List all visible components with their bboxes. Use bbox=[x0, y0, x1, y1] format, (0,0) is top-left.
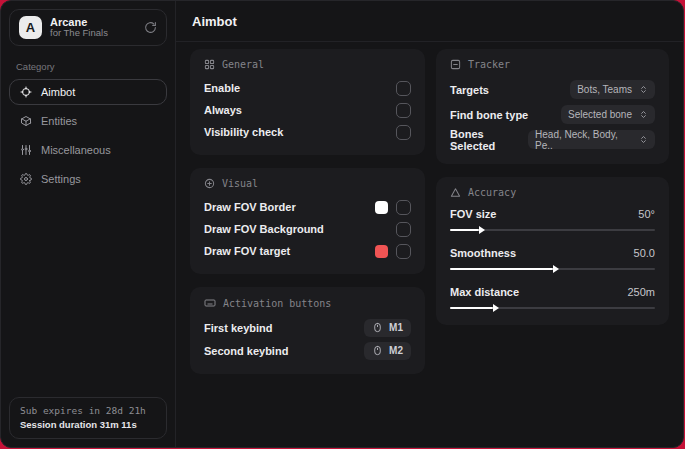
sidebar-item-label: Entities bbox=[41, 115, 77, 127]
draw-fov-target-checkbox[interactable] bbox=[396, 244, 411, 259]
tracker-card-header: Tracker bbox=[450, 59, 655, 70]
unfold-icon bbox=[639, 85, 648, 94]
fov-border-color-swatch[interactable] bbox=[375, 201, 388, 214]
draw-fov-border-checkbox[interactable] bbox=[396, 200, 411, 215]
sidebar-item-miscellaneous[interactable]: Miscellaneous bbox=[9, 137, 167, 163]
unfold-icon bbox=[639, 110, 648, 119]
circle-plus-icon bbox=[204, 178, 215, 189]
desktop-background: A Arcane for The Finals Category bbox=[0, 0, 685, 449]
visual-card: Visual Draw FOV Border Draw FOV Backgrou… bbox=[190, 168, 425, 274]
accuracy-card-header: Accuracy bbox=[450, 187, 655, 198]
setting-row-fov-size: FOV size 50° bbox=[450, 205, 655, 235]
app-titles: Arcane for The Finals bbox=[50, 16, 108, 40]
tracker-card: Tracker Targets Bots, Teams bbox=[436, 49, 669, 164]
sidebar-item-label: Aimbot bbox=[41, 86, 75, 98]
find-bone-type-dropdown[interactable]: Selected bone bbox=[561, 105, 655, 124]
targets-dropdown[interactable]: Bots, Teams bbox=[570, 80, 655, 99]
content: General Enable Always Visibility check bbox=[176, 42, 683, 384]
square-minus-icon bbox=[450, 59, 461, 70]
sidebar-item-aimbot[interactable]: Aimbot bbox=[9, 79, 167, 105]
general-card-title: General bbox=[222, 59, 264, 70]
setting-row-bones-selected: Bones Selected Head, Neck, Body, Pe.. bbox=[450, 127, 655, 152]
session-duration: Session duration 31m 11s bbox=[20, 419, 156, 430]
page-title: Aimbot bbox=[192, 14, 237, 29]
sidebar-item-label: Settings bbox=[41, 173, 81, 185]
column-right: Tracker Targets Bots, Teams bbox=[436, 49, 669, 325]
enable-checkbox[interactable] bbox=[396, 81, 411, 96]
mouse-icon bbox=[372, 345, 383, 356]
max-distance-slider[interactable] bbox=[450, 303, 655, 313]
setting-row-draw-fov-border: Draw FOV Border bbox=[204, 196, 411, 218]
setting-row-first-keybind: First keybind M1 bbox=[204, 316, 411, 339]
slider-thumb[interactable] bbox=[553, 265, 559, 273]
entities-icon bbox=[20, 115, 32, 127]
sidebar-item-settings[interactable]: Settings bbox=[9, 166, 167, 192]
main-header: Aimbot bbox=[176, 1, 683, 42]
app-subtitle: for The Finals bbox=[50, 28, 108, 39]
smoothness-value: 50.0 bbox=[634, 247, 655, 259]
setting-row-always: Always bbox=[204, 99, 411, 121]
sidebar-header-card: A Arcane for The Finals bbox=[9, 9, 167, 46]
setting-row-find-bone-type: Find bone type Selected bone bbox=[450, 102, 655, 127]
setting-row-targets: Targets Bots, Teams bbox=[450, 77, 655, 102]
sidebar-item-entities[interactable]: Entities bbox=[9, 108, 167, 134]
subscription-expiry: Sub expires in 28d 21h bbox=[20, 405, 156, 416]
activation-card-title: Activation buttons bbox=[223, 298, 331, 309]
second-keybind-button[interactable]: M2 bbox=[364, 342, 411, 360]
fov-size-slider[interactable] bbox=[450, 225, 655, 235]
fov-size-value: 50° bbox=[638, 208, 655, 220]
max-distance-value: 250m bbox=[627, 286, 655, 298]
smoothness-slider[interactable] bbox=[450, 264, 655, 274]
category-label: Category bbox=[16, 61, 160, 72]
keyboard-icon bbox=[204, 297, 216, 309]
gear-icon bbox=[20, 173, 32, 185]
main-area: Aimbot General bbox=[176, 1, 683, 447]
sync-icon[interactable] bbox=[144, 21, 157, 34]
setting-row-smoothness: Smoothness 50.0 bbox=[450, 244, 655, 274]
setting-row-second-keybind: Second keybind M2 bbox=[204, 339, 411, 362]
accuracy-card: Accuracy FOV size 50° bbox=[436, 177, 669, 325]
visual-card-title: Visual bbox=[222, 178, 258, 189]
always-checkbox[interactable] bbox=[396, 103, 411, 118]
slider-thumb[interactable] bbox=[479, 226, 485, 234]
grid-icon bbox=[204, 59, 215, 70]
activation-card-header: Activation buttons bbox=[204, 297, 411, 309]
activation-card: Activation buttons First keybind bbox=[190, 287, 425, 374]
bones-selected-dropdown[interactable]: Head, Neck, Body, Pe.. bbox=[528, 130, 655, 149]
setting-row-draw-fov-background: Draw FOV Background bbox=[204, 218, 411, 240]
setting-row-enable: Enable bbox=[204, 77, 411, 99]
general-card: General Enable Always Visibility check bbox=[190, 49, 425, 155]
column-left: General Enable Always Visibility check bbox=[190, 49, 425, 374]
visual-card-header: Visual bbox=[204, 178, 411, 189]
fov-target-color-swatch[interactable] bbox=[375, 245, 388, 258]
app-logo: A bbox=[19, 16, 42, 39]
first-keybind-button[interactable]: M1 bbox=[364, 319, 411, 337]
draw-fov-background-checkbox[interactable] bbox=[396, 222, 411, 237]
setting-row-max-distance: Max distance 250m bbox=[450, 283, 655, 313]
sidebar: A Arcane for The Finals Category bbox=[1, 1, 176, 447]
accuracy-card-title: Accuracy bbox=[468, 187, 516, 198]
setting-row-draw-fov-target: Draw FOV target bbox=[204, 240, 411, 262]
general-card-header: General bbox=[204, 59, 411, 70]
setting-row-visibility-check: Visibility check bbox=[204, 121, 411, 143]
app-window: A Arcane for The Finals Category bbox=[0, 0, 684, 448]
sidebar-nav: Aimbot Entities Mi bbox=[9, 79, 167, 192]
sliders-icon bbox=[20, 144, 32, 156]
mouse-icon bbox=[372, 322, 383, 333]
slider-thumb[interactable] bbox=[493, 304, 499, 312]
sidebar-item-label: Miscellaneous bbox=[41, 144, 111, 156]
subscription-card: Sub expires in 28d 21h Session duration … bbox=[9, 397, 167, 439]
unfold-icon bbox=[639, 135, 648, 144]
triangle-icon bbox=[450, 187, 461, 198]
visibility-check-checkbox[interactable] bbox=[396, 125, 411, 140]
crosshair-icon bbox=[20, 86, 32, 98]
tracker-card-title: Tracker bbox=[468, 59, 510, 70]
